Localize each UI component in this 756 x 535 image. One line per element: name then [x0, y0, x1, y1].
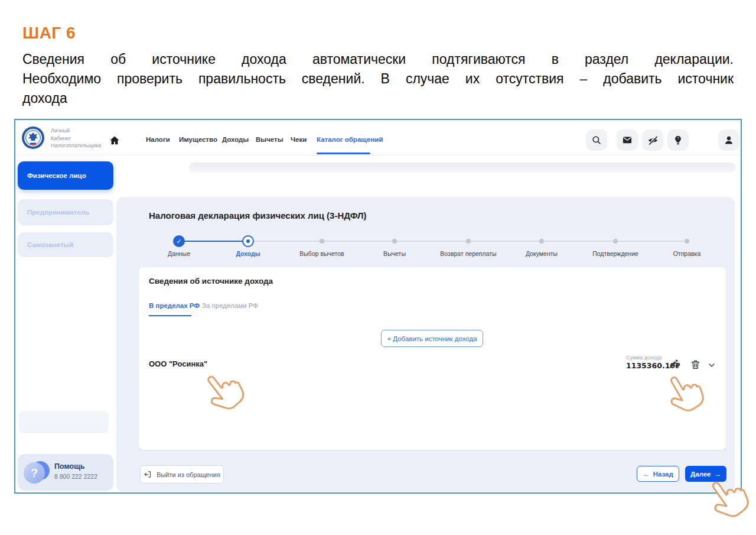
description-line: Необходимо проверить правильность сведен… — [22, 69, 734, 89]
income-source-name[interactable]: ООО "Росинка" — [149, 359, 207, 368]
profile-icon — [724, 135, 734, 145]
description-line: дохода — [22, 89, 734, 108]
step-current-icon — [242, 235, 254, 247]
home-icon[interactable] — [109, 135, 120, 147]
declaration-title: Налоговая декларация физических лиц (3-Н… — [149, 210, 366, 221]
tab-within-rf[interactable]: В пределах РФ — [149, 302, 200, 309]
nav-item-dokhody[interactable]: Доходы — [222, 136, 249, 143]
sidebar-profile-predprinimatel[interactable]: Предприниматель — [18, 199, 113, 225]
eye-off-icon — [647, 135, 659, 146]
sidebar-profile-fizlico[interactable]: Физическое лицо — [18, 161, 113, 190]
faded-banner-placeholder — [19, 411, 109, 433]
step-todo-icon — [613, 239, 618, 244]
hide-data-button[interactable] — [642, 129, 663, 151]
step-done-icon: ✓ — [173, 235, 185, 247]
fns-logo — [21, 126, 45, 150]
delete-trash-icon[interactable] — [690, 359, 701, 370]
add-income-source-button[interactable]: + Добавить источник дохода — [381, 330, 483, 347]
mail-icon — [622, 135, 633, 145]
question-mark-icon: ? — [24, 462, 45, 484]
exit-request-button[interactable]: Выйти из обращения — [140, 465, 224, 484]
nav-item-cheki[interactable]: Чеки — [291, 136, 307, 143]
profile-button[interactable] — [718, 129, 739, 151]
tips-button[interactable]: ? — [667, 129, 689, 151]
step-description: Сведения об источнике дохода автоматичес… — [22, 50, 734, 108]
active-nav-underline — [317, 153, 370, 154]
stepper-connector — [179, 241, 248, 242]
app-title: Личный Кабинет Налогоплательщика — [51, 127, 101, 150]
help-contact[interactable]: ? Помощь 8 800 222 2222 — [18, 454, 113, 491]
next-arrow-icon: → — [715, 471, 722, 478]
next-button[interactable]: Далее → — [685, 466, 726, 482]
nav-item-imushchestvo[interactable]: Имущество — [179, 136, 217, 143]
edit-pencil-icon[interactable] — [669, 358, 679, 369]
exit-icon — [144, 470, 152, 479]
active-tab-underline — [149, 315, 191, 316]
step-heading: ШАГ 6 — [22, 24, 76, 43]
nav-item-katalog-obrashcheniy[interactable]: Каталог обращений — [317, 136, 383, 143]
nav-item-vychety[interactable]: Вычеты — [256, 136, 284, 143]
card-title: Сведения об источнике дохода — [149, 277, 273, 286]
search-button[interactable] — [586, 129, 607, 151]
description-line: Сведения об источнике дохода автоматичес… — [22, 50, 734, 69]
search-icon — [591, 135, 602, 145]
nav-item-nalogi[interactable]: Налоги — [146, 136, 170, 143]
chevron-down-icon[interactable] — [708, 361, 716, 369]
messages-button[interactable] — [617, 129, 638, 151]
help-phone: 8 800 222 2222 — [54, 473, 97, 480]
income-amount-label: Сумма дохода — [626, 355, 662, 361]
help-title: Помощь — [54, 462, 84, 471]
step-todo-icon — [466, 239, 471, 244]
step-todo-icon — [685, 239, 689, 244]
step-todo-icon — [392, 239, 397, 244]
sidebar-profile-samozanyatyi[interactable]: Самозанятый — [18, 232, 113, 257]
step-todo-icon — [320, 239, 324, 244]
tab-outside-rf[interactable]: За пределами РФ — [202, 302, 258, 309]
step-todo-icon — [539, 239, 544, 244]
svg-text:?: ? — [677, 137, 679, 140]
lightbulb-icon: ? — [673, 135, 683, 145]
app-screenshot-frame: Личный Кабинет Налогоплательщика Налоги … — [14, 119, 742, 494]
scroll-shadow-band — [189, 163, 736, 173]
back-button[interactable]: ← Назад — [637, 466, 679, 482]
back-arrow-icon: ← — [643, 471, 650, 478]
